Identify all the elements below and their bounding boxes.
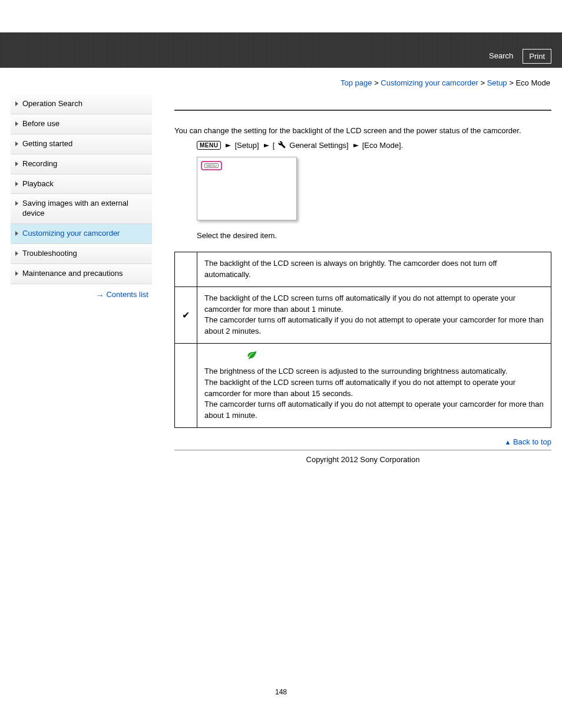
table-row: The backlight of the LCD screen is alway… — [175, 252, 551, 287]
main-content: You can change the setting for the backl… — [152, 92, 551, 487]
sidebar-item-playback[interactable]: Playback — [11, 174, 152, 195]
sidebar-item-saving-images[interactable]: Saving images with an external device — [11, 194, 152, 224]
menu-navigation-path: MENU [Setup] [ General Settings] [Eco Mo… — [197, 141, 551, 150]
divider — [174, 110, 551, 111]
wrench-icon — [278, 141, 286, 150]
option-mark — [175, 344, 197, 428]
triangle-up-icon: ▲ — [504, 439, 511, 446]
breadcrumb-sep: > — [509, 78, 514, 87]
option-mark-checked: ✔ — [175, 286, 197, 343]
search-button[interactable]: Search — [483, 49, 519, 64]
options-table: The backlight of the LCD screen is alway… — [174, 252, 551, 428]
print-button[interactable]: Print — [523, 49, 551, 64]
option-description: The backlight of the LCD screen is alway… — [197, 252, 551, 287]
header-bar: Search Print — [0, 32, 562, 68]
arrow-right-icon: → — [96, 290, 104, 299]
option-line: The backlight of the LCD screen turns of… — [204, 378, 515, 398]
select-instruction: Select the desired item. — [197, 231, 551, 240]
table-row: ✔ The backlight of the LCD screen turns … — [175, 286, 551, 343]
page-number: 148 — [0, 487, 562, 708]
sidebar-item-getting-started[interactable]: Getting started — [11, 134, 152, 154]
option-mark — [175, 252, 197, 287]
option-line: The camcorder turns off automatically if… — [204, 315, 544, 335]
breadcrumb-top[interactable]: Top page — [340, 78, 372, 87]
sidebar-item-customizing[interactable]: Customizing your camcorder — [11, 224, 152, 244]
option-line: The backlight of the LCD screen turns of… — [204, 294, 515, 314]
option-line: The camcorder turns off automatically if… — [204, 400, 544, 420]
breadcrumb-setup[interactable]: Setup — [487, 78, 507, 87]
table-row: The brightness of the LCD screen is adju… — [175, 344, 551, 428]
sidebar-item-operation-search[interactable]: Operation Search — [11, 94, 152, 114]
path-setup: [Setup] — [234, 141, 259, 150]
path-eco: [Eco Mode]. — [362, 141, 403, 150]
arrow-right-icon — [353, 144, 359, 147]
option-description: The brightness of the LCD screen is adju… — [197, 344, 551, 428]
sidebar-item-maintenance[interactable]: Maintenance and precautions — [11, 264, 152, 284]
breadcrumb: Top page > Customizing your camcorder > … — [0, 68, 562, 92]
arrow-right-icon — [264, 144, 269, 147]
path-bracket: [ — [273, 141, 275, 150]
sidebar-item-before-use[interactable]: Before use — [11, 114, 152, 134]
breadcrumb-customizing[interactable]: Customizing your camcorder — [381, 78, 478, 87]
intro-text: You can change the setting for the backl… — [174, 126, 551, 135]
copyright-text: Copyright 2012 Sony Corporation — [174, 450, 551, 487]
path-general: General Settings] — [289, 141, 348, 150]
breadcrumb-sep: > — [374, 78, 379, 87]
option-description: The backlight of the LCD screen turns of… — [197, 286, 551, 343]
lcd-screen-illustration: MENU — [197, 157, 297, 220]
menu-highlight: MENU — [201, 161, 222, 170]
option-line: The brightness of the LCD screen is adju… — [204, 367, 507, 375]
breadcrumb-current: Eco Mode — [515, 78, 550, 87]
breadcrumb-sep: > — [480, 78, 485, 87]
sidebar-item-recording[interactable]: Recording — [11, 154, 152, 174]
sidebar: Operation Search Before use Getting star… — [11, 92, 152, 487]
sidebar-item-troubleshooting[interactable]: Troubleshooting — [11, 244, 152, 264]
menu-tiny-label: MENU — [204, 163, 219, 168]
arrow-right-icon — [226, 144, 231, 147]
eco-leaf-icon — [247, 350, 544, 364]
contents-list-link[interactable]: Contents list — [106, 290, 148, 299]
menu-button-icon: MENU — [197, 141, 221, 150]
back-to-top-link[interactable]: Back to top — [513, 437, 551, 446]
